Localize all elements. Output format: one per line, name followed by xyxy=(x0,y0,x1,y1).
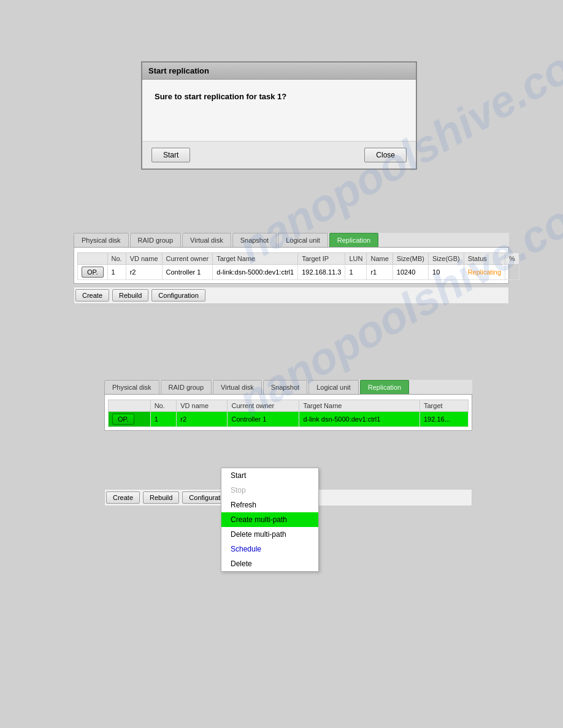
target-name-cell-b: d-link dsn-5000:dev1:ctrl1 xyxy=(299,412,420,427)
tab-replication-bottom[interactable]: Replication xyxy=(360,380,409,394)
col-current-owner: Current owner xyxy=(162,253,213,265)
tab-snapshot-bottom[interactable]: Snapshot xyxy=(263,380,307,394)
tab-replication-top[interactable]: Replication xyxy=(329,233,378,247)
top-table-panel: No. VD name Current owner Target Name Ta… xyxy=(74,248,509,284)
tab-virtual-disk-top[interactable]: Virtual disk xyxy=(182,233,231,247)
configuration-button-top[interactable]: Configuration xyxy=(151,289,205,301)
col-vd-name: VD name xyxy=(126,253,162,265)
context-menu: Start Stop Refresh Create multi-path Del… xyxy=(221,468,319,572)
col-lun: LUN xyxy=(345,253,367,265)
vd-name-cell-b: r2 xyxy=(177,412,228,427)
col-no: No. xyxy=(107,253,126,265)
menu-item-delete[interactable]: Delete xyxy=(221,556,318,571)
col-target-ip: Target IP xyxy=(298,253,345,265)
dialog-title: Start replication xyxy=(148,66,209,75)
status-replicating: Replicating xyxy=(468,268,501,276)
status-cell: Replicating xyxy=(464,265,505,280)
percent-cell xyxy=(505,265,519,280)
tab-physical-disk-bottom[interactable]: Physical disk xyxy=(104,380,159,394)
start-button[interactable]: Start xyxy=(151,148,190,162)
no-cell-b: 1 xyxy=(150,412,177,427)
col-status: Status xyxy=(464,253,505,265)
col-vd-name-b: VD name xyxy=(177,400,228,412)
bottom-replication-table: No. VD name Current owner Target Name Ta… xyxy=(108,400,469,427)
size-gb-cell: 10 xyxy=(429,265,464,280)
no-cell: 1 xyxy=(107,265,126,280)
tab-logical-unit-bottom[interactable]: Logical unit xyxy=(308,380,359,394)
dialog-body: Sure to start replication for task 1? xyxy=(142,80,416,141)
rebuild-button-top[interactable]: Rebuild xyxy=(112,289,148,301)
col-no-b: No. xyxy=(150,400,177,412)
top-table-body: OP. 1 r2 Controller 1 d-link:dsn-5000:de… xyxy=(78,265,519,280)
create-button-top[interactable]: Create xyxy=(75,289,109,301)
tab-physical-disk-top[interactable]: Physical disk xyxy=(74,233,129,247)
top-replication-panel: Physical disk RAID group Virtual disk Sn… xyxy=(74,233,509,304)
col-size-mb: Size(MB) xyxy=(393,253,428,265)
current-owner-cell-b: Controller 1 xyxy=(228,412,299,427)
close-button[interactable]: Close xyxy=(364,148,407,162)
dialog-titlebar: Start replication xyxy=(142,63,416,80)
menu-item-start[interactable]: Start xyxy=(221,468,318,483)
col-name: Name xyxy=(367,253,393,265)
current-owner-cell: Controller 1 xyxy=(162,265,213,280)
dialog-message: Sure to start replication for task 1? xyxy=(155,92,404,101)
col-target-name: Target Name xyxy=(213,253,298,265)
tab-raid-group-bottom[interactable]: RAID group xyxy=(161,380,212,394)
dialog-footer: Start Close xyxy=(142,141,416,169)
col-target-b: Target xyxy=(420,400,469,412)
menu-item-create-multi-path[interactable]: Create multi-path xyxy=(221,512,318,527)
target-ip-cell: 192.168.11.3 xyxy=(298,265,345,280)
op-cell[interactable]: OP. xyxy=(78,265,108,280)
bottom-replication-panel: Physical disk RAID group Virtual disk Sn… xyxy=(104,380,472,506)
menu-item-refresh[interactable]: Refresh xyxy=(221,498,318,512)
col-size-gb: Size(GB) xyxy=(429,253,464,265)
vd-name-cell: r2 xyxy=(126,265,162,280)
top-bottom-buttons: Create Rebuild Configuration xyxy=(74,287,509,304)
context-menu-container: Start Stop Refresh Create multi-path Del… xyxy=(104,489,472,506)
top-replication-table: No. VD name Current owner Target Name Ta… xyxy=(77,252,519,280)
table-row: OP. 1 r2 Controller 1 d-link:dsn-5000:de… xyxy=(78,265,519,280)
menu-item-stop: Stop xyxy=(221,483,318,498)
tab-raid-group-top[interactable]: RAID group xyxy=(130,233,181,247)
op-button-b[interactable]: OP. xyxy=(112,414,134,425)
menu-item-delete-multi-path[interactable]: Delete multi-path xyxy=(221,527,318,542)
col-target-name-b: Target Name xyxy=(299,400,420,412)
tab-snapshot-top[interactable]: Snapshot xyxy=(232,233,277,247)
col-percent: % xyxy=(505,253,519,265)
target-name-cell: d-link:dsn-5000:dev1:ctrl1 xyxy=(213,265,298,280)
lun-cell: 1 xyxy=(345,265,367,280)
tab-virtual-disk-bottom[interactable]: Virtual disk xyxy=(213,380,262,394)
start-replication-dialog: Start replication Sure to start replicat… xyxy=(141,61,423,170)
menu-item-schedule[interactable]: Schedule xyxy=(221,542,318,556)
bottom-table-panel: No. VD name Current owner Target Name Ta… xyxy=(104,395,472,431)
col-op xyxy=(78,253,108,265)
rebuild-button-bottom[interactable]: Rebuild xyxy=(143,491,179,504)
op-cell-b[interactable]: OP. xyxy=(109,412,151,427)
col-op-b xyxy=(109,400,151,412)
bottom-tab-bar: Physical disk RAID group Virtual disk Sn… xyxy=(104,380,472,395)
create-button-bottom[interactable]: Create xyxy=(106,491,140,504)
size-mb-cell: 10240 xyxy=(393,265,428,280)
dialog-container: Start replication Sure to start replicat… xyxy=(141,61,417,170)
top-table-header: No. VD name Current owner Target Name Ta… xyxy=(78,253,519,265)
bottom-table-body: OP. 1 r2 Controller 1 d-link dsn-5000:de… xyxy=(109,412,469,427)
bottom-table-header: No. VD name Current owner Target Name Ta… xyxy=(109,400,469,412)
op-button[interactable]: OP. xyxy=(82,267,104,278)
top-tab-bar: Physical disk RAID group Virtual disk Sn… xyxy=(74,233,509,248)
name-cell: r1 xyxy=(367,265,393,280)
tab-logical-unit-top[interactable]: Logical unit xyxy=(278,233,328,247)
col-current-owner-b: Current owner xyxy=(228,400,299,412)
target-cell-b: 192.16... xyxy=(420,412,469,427)
table-row-selected: OP. 1 r2 Controller 1 d-link dsn-5000:de… xyxy=(109,412,469,427)
